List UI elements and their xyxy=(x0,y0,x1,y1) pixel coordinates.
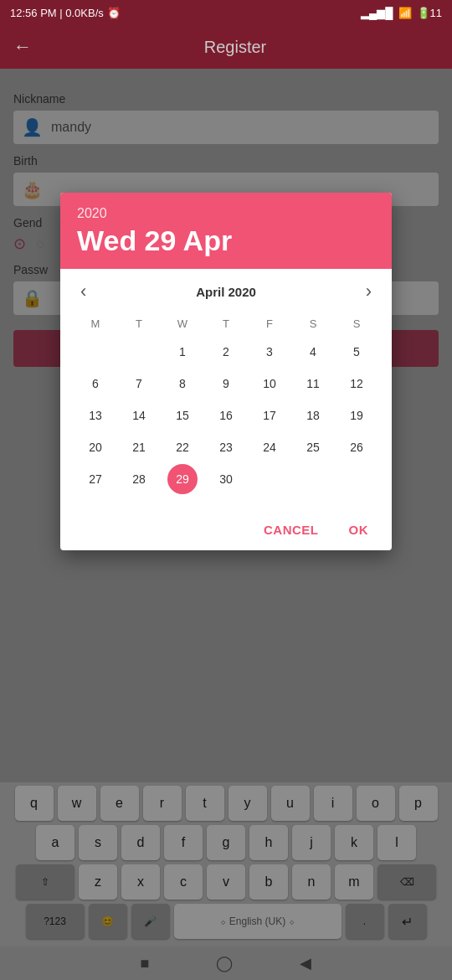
calendar-day[interactable]: 27 xyxy=(80,464,110,494)
calendar-day[interactable]: 26 xyxy=(342,432,372,462)
cancel-button[interactable]: CANCEL xyxy=(257,519,326,540)
status-time: 12:56 PM | 0.0KB/s xyxy=(10,7,104,19)
weekday-header: S xyxy=(291,314,335,333)
signal-icon: ▂▄▆█ xyxy=(361,7,393,19)
prev-month-button[interactable]: ‹ xyxy=(74,277,93,306)
calendar-day[interactable]: 5 xyxy=(342,337,372,367)
calendar-day[interactable]: 3 xyxy=(254,337,285,367)
calendar-day[interactable]: 10 xyxy=(254,369,285,399)
calendar-day[interactable]: 23 xyxy=(211,432,241,462)
calendar-day[interactable]: 29 xyxy=(167,464,198,494)
calendar-day[interactable]: 4 xyxy=(298,337,328,367)
calendar-day[interactable]: 30 xyxy=(211,464,241,494)
calendar-day[interactable]: 17 xyxy=(254,400,285,431)
status-bar: 12:56 PM | 0.0KB/s ⏰ ▂▄▆█ 📶 🔋11 xyxy=(0,0,452,25)
calendar-weekday-headers: MTWTFSS xyxy=(74,314,378,333)
calendar-day[interactable]: 8 xyxy=(167,369,198,399)
calendar-day[interactable]: 2 xyxy=(211,337,241,367)
calendar-day[interactable]: 24 xyxy=(254,432,285,462)
weekday-header: T xyxy=(117,314,161,333)
calendar-day[interactable]: 20 xyxy=(80,432,110,462)
page-title: Register xyxy=(32,38,439,57)
weekday-header: S xyxy=(335,314,378,333)
calendar-day[interactable]: 13 xyxy=(80,400,110,431)
wifi-icon: 📶 xyxy=(398,7,412,19)
calendar-week-row: 13141516171819 xyxy=(74,400,378,431)
status-alarm: ⏰ xyxy=(107,7,121,19)
selected-date-display: Wed 29 Apr xyxy=(77,224,375,257)
calendar-day[interactable]: 7 xyxy=(124,369,154,399)
calendar-day[interactable]: 16 xyxy=(211,400,241,431)
ok-button[interactable]: OK xyxy=(342,519,376,540)
calendar-week-row: 20212223242526 xyxy=(74,432,378,462)
dialog-header: 2020 Wed 29 Apr xyxy=(60,193,392,269)
calendar-day[interactable]: 11 xyxy=(298,369,328,399)
dialog-body: ‹ April 2020 › MTWTFSS 12345678910111213… xyxy=(60,269,392,509)
calendar-day[interactable]: 14 xyxy=(124,400,154,431)
month-navigation: ‹ April 2020 › xyxy=(74,277,378,306)
calendar-day[interactable]: 1 xyxy=(167,337,198,367)
calendar-day[interactable]: 25 xyxy=(298,432,328,462)
calendar-week-row: 12345 xyxy=(74,337,378,367)
dialog-actions: CANCEL OK xyxy=(60,509,392,550)
calendar-grid: MTWTFSS 12345678910111213141516171819202… xyxy=(74,314,378,494)
next-month-button[interactable]: › xyxy=(359,277,378,306)
month-title: April 2020 xyxy=(196,285,256,299)
selected-year: 2020 xyxy=(77,206,375,221)
app-bar: ← Register xyxy=(0,25,452,69)
back-button[interactable]: ← xyxy=(13,36,32,58)
weekday-header: F xyxy=(248,314,291,333)
calendar-days: 1234567891011121314151617181920212223242… xyxy=(74,337,378,494)
status-left: 12:56 PM | 0.0KB/s ⏰ xyxy=(10,7,121,19)
calendar-day[interactable]: 12 xyxy=(342,369,372,399)
weekday-header: M xyxy=(74,314,117,333)
calendar-day[interactable]: 15 xyxy=(167,400,198,431)
weekday-header: W xyxy=(161,314,204,333)
status-right: ▂▄▆█ 📶 🔋11 xyxy=(361,7,442,19)
calendar-day[interactable]: 22 xyxy=(167,432,198,462)
calendar-day[interactable]: 9 xyxy=(211,369,241,399)
battery-icon: 🔋11 xyxy=(417,7,442,19)
calendar-week-row: 27282930 xyxy=(74,464,378,494)
calendar-week-row: 6789101112 xyxy=(74,369,378,399)
weekday-header: T xyxy=(204,314,248,333)
calendar-day[interactable]: 19 xyxy=(342,400,372,431)
date-picker-dialog: 2020 Wed 29 Apr ‹ April 2020 › MTWTFSS 1… xyxy=(60,193,392,550)
calendar-day[interactable]: 6 xyxy=(80,369,110,399)
calendar-day[interactable]: 28 xyxy=(124,464,154,494)
calendar-day[interactable]: 18 xyxy=(298,400,328,431)
calendar-day[interactable]: 21 xyxy=(124,432,154,462)
